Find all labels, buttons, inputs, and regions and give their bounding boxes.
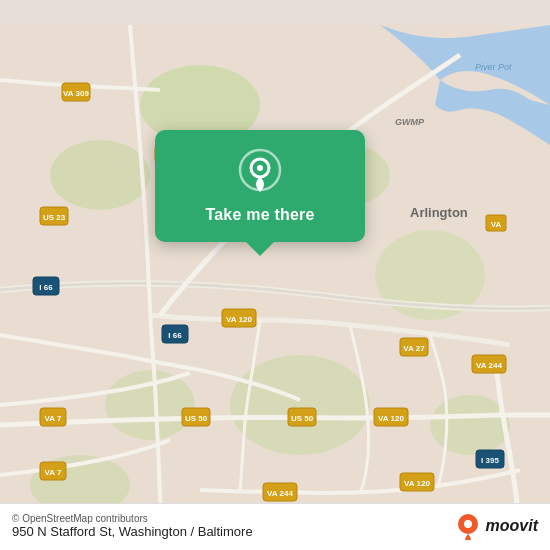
svg-point-50 <box>464 520 472 528</box>
map-attribution: © OpenStreetMap contributors <box>12 513 454 524</box>
svg-text:VA 244: VA 244 <box>267 489 293 498</box>
svg-text:VA 309: VA 309 <box>63 89 89 98</box>
svg-text:I 66: I 66 <box>39 283 53 292</box>
svg-text:VA 120: VA 120 <box>404 479 430 488</box>
map-container: Piver Pot <box>0 0 550 550</box>
svg-point-7 <box>105 370 195 440</box>
svg-point-48 <box>257 165 263 171</box>
moovit-icon <box>454 512 482 540</box>
location-pin-icon <box>238 148 282 192</box>
address-label: 950 N Stafford St, Washington / Baltimor… <box>12 524 454 539</box>
bottom-bar: © OpenStreetMap contributors 950 N Staff… <box>0 503 550 550</box>
svg-point-9 <box>430 395 510 455</box>
moovit-brand-text: moovit <box>486 517 538 535</box>
svg-text:VA 244: VA 244 <box>476 361 502 370</box>
map-background: Piver Pot <box>0 0 550 550</box>
svg-text:US 50: US 50 <box>185 414 208 423</box>
svg-text:VA: VA <box>491 220 502 229</box>
svg-text:US 23: US 23 <box>43 213 66 222</box>
svg-text:VA 120: VA 120 <box>378 414 404 423</box>
svg-point-3 <box>50 140 150 210</box>
navigation-popup: Take me there <box>155 130 365 242</box>
svg-text:US 50: US 50 <box>291 414 314 423</box>
moovit-logo: moovit <box>454 512 538 540</box>
svg-text:VA 27: VA 27 <box>403 344 425 353</box>
svg-text:Piver Pot: Piver Pot <box>475 62 512 72</box>
svg-text:I 66: I 66 <box>168 331 182 340</box>
svg-text:VA 120: VA 120 <box>226 315 252 324</box>
svg-text:Arlington: Arlington <box>410 205 468 220</box>
svg-text:I 395: I 395 <box>481 456 499 465</box>
svg-text:VA 7: VA 7 <box>45 468 62 477</box>
take-me-there-button[interactable]: Take me there <box>205 202 314 228</box>
svg-text:GWMP: GWMP <box>395 117 425 127</box>
svg-text:VA 7: VA 7 <box>45 414 62 423</box>
